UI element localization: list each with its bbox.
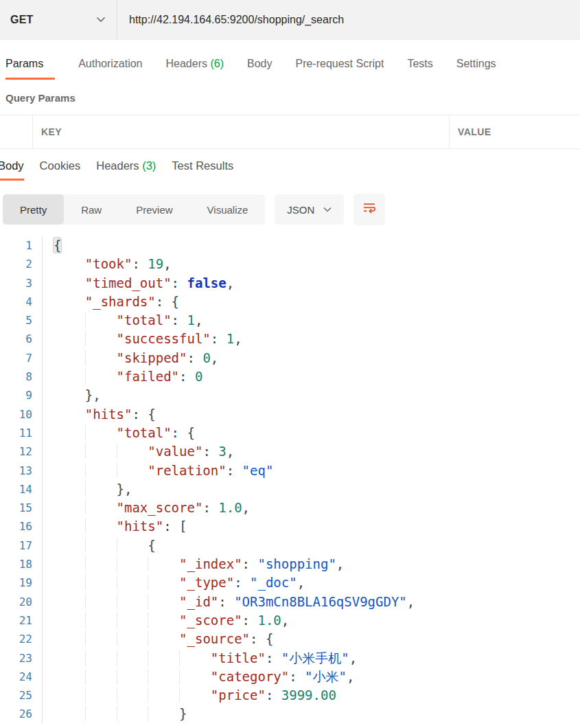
code-line-content: "_score": 1.0, bbox=[43, 611, 289, 630]
indent-guide bbox=[85, 444, 117, 459]
code-line: 2 "took": 19, bbox=[0, 255, 580, 273]
indent-guide bbox=[117, 575, 148, 590]
code-line: 8 "failed": 0 bbox=[0, 367, 580, 386]
view-mode-visualize[interactable]: Visualize bbox=[190, 194, 266, 225]
request-tab-pre-request-script[interactable]: Pre-request Script bbox=[295, 58, 384, 80]
request-tab-settings[interactable]: Settings bbox=[456, 58, 496, 80]
code-line-content: { bbox=[43, 536, 156, 555]
param-checkbox-column[interactable] bbox=[0, 115, 33, 148]
response-tab-body[interactable]: Body bbox=[0, 159, 24, 181]
code-line: 14 }, bbox=[0, 480, 580, 499]
indent-guide bbox=[85, 613, 117, 628]
response-tab-test-results[interactable]: Test Results bbox=[172, 159, 233, 181]
indent-guide bbox=[85, 500, 117, 515]
key-column-header: KEY bbox=[41, 126, 62, 137]
code-line-content: "failed": 0 bbox=[43, 367, 202, 386]
view-mode-preview[interactable]: Preview bbox=[119, 194, 189, 225]
indent-guide bbox=[85, 481, 117, 497]
indent-guide bbox=[117, 669, 148, 684]
indent-guide bbox=[85, 312, 117, 328]
tab-label: Tests bbox=[407, 58, 432, 69]
indent-guide bbox=[117, 706, 148, 721]
indent-guide bbox=[117, 538, 148, 553]
indent-guide bbox=[85, 594, 117, 609]
url-input[interactable]: http://42.194.164.65:9200/shopping/_sear… bbox=[117, 0, 580, 39]
indent-guide bbox=[85, 687, 117, 703]
indent-guide bbox=[85, 425, 117, 440]
code-line: 10 "hits": { bbox=[0, 405, 580, 424]
indent-guide bbox=[85, 556, 117, 571]
line-number: 14 bbox=[0, 480, 43, 499]
url-text: http://42.194.164.65:9200/shopping/_sear… bbox=[129, 14, 344, 26]
indent-guide bbox=[179, 687, 211, 703]
code-line: 19 "_type": "_doc", bbox=[0, 573, 580, 592]
code-line-content: "_type": "_doc", bbox=[43, 573, 305, 592]
code-line: 21 "_score": 1.0, bbox=[0, 611, 580, 630]
response-tab-cookies[interactable]: Cookies bbox=[40, 159, 81, 181]
query-params-heading: Query Params bbox=[5, 92, 580, 104]
code-line-content: "skipped": 0, bbox=[43, 349, 218, 367]
tab-label: Params bbox=[5, 58, 43, 69]
line-number: 16 bbox=[0, 517, 43, 536]
format-label: JSON bbox=[287, 204, 314, 216]
code-line-content: "hits": { bbox=[43, 405, 156, 424]
view-mode-raw[interactable]: Raw bbox=[64, 194, 119, 225]
request-tab-tests[interactable]: Tests bbox=[407, 58, 432, 80]
code-line-content: "total": 1, bbox=[43, 311, 202, 330]
tab-label: Body bbox=[247, 58, 272, 69]
indent-guide bbox=[117, 631, 148, 646]
view-mode-pretty[interactable]: Pretty bbox=[3, 194, 64, 225]
indent-guide bbox=[148, 613, 179, 628]
response-tab-headers[interactable]: Headers (3) bbox=[96, 159, 156, 181]
code-line: 1{ bbox=[0, 236, 580, 255]
line-number: 1 bbox=[0, 236, 43, 255]
tab-count-badge: (6) bbox=[207, 58, 224, 69]
code-line-content: "total": { bbox=[43, 424, 195, 442]
code-line-content: "hits": [ bbox=[43, 517, 187, 536]
request-tab-body[interactable]: Body bbox=[247, 58, 272, 80]
indent-guide bbox=[117, 556, 148, 571]
indent-guide bbox=[85, 575, 117, 590]
indent-guide bbox=[85, 463, 117, 478]
indent-guide bbox=[148, 631, 179, 646]
code-line-content: "_id": "OR3mCn8BLA16qSV9gGDY", bbox=[43, 593, 415, 611]
code-line: 22 "_source": { bbox=[0, 630, 580, 648]
request-tab-params[interactable]: Params bbox=[5, 58, 55, 80]
param-key-header-cell: KEY bbox=[33, 115, 450, 148]
code-line-content: "max_score": 1.0, bbox=[43, 499, 250, 517]
line-number: 12 bbox=[0, 442, 43, 461]
indent-guide bbox=[179, 669, 211, 684]
line-number: 11 bbox=[0, 424, 43, 442]
code-line-content: "took": 19, bbox=[43, 255, 172, 273]
request-tab-authorization[interactable]: Authorization bbox=[78, 58, 142, 80]
indent-guide bbox=[117, 444, 148, 459]
line-number: 13 bbox=[0, 462, 43, 480]
code-editor[interactable]: 1{2 "took": 19,3 "timed_out": false,4 "_… bbox=[0, 236, 580, 724]
request-tab-headers[interactable]: Headers (6) bbox=[166, 58, 224, 80]
wrap-lines-button[interactable] bbox=[353, 194, 385, 225]
indent-guide bbox=[117, 594, 148, 609]
view-mode-switch: PrettyRawPreviewVisualize bbox=[3, 194, 265, 225]
code-line-content: "value": 3, bbox=[43, 442, 234, 461]
line-number: 5 bbox=[0, 311, 43, 330]
line-number: 21 bbox=[0, 611, 43, 630]
indent-guide bbox=[148, 575, 179, 590]
code-line-content: "category": "小米", bbox=[43, 668, 354, 686]
indent-guide bbox=[85, 369, 117, 384]
code-line: 25 "price": 3999.00 bbox=[0, 686, 580, 705]
code-line: 17 { bbox=[0, 536, 580, 555]
format-dropdown[interactable]: JSON bbox=[275, 194, 344, 225]
chevron-down-icon bbox=[96, 16, 106, 23]
param-value-header-cell: VALUE bbox=[450, 115, 580, 148]
method-selector[interactable]: GET bbox=[0, 0, 117, 39]
code-line-content: }, bbox=[43, 480, 132, 499]
tab-label: Body bbox=[0, 159, 24, 172]
line-number: 15 bbox=[0, 499, 43, 517]
indent-guide bbox=[117, 613, 148, 628]
response-tabs: BodyCookiesHeaders (3)Test Results bbox=[0, 159, 580, 181]
code-line-content: "_shards": { bbox=[43, 293, 179, 311]
indent-guide bbox=[85, 669, 117, 684]
code-line: 24 "category": "小米", bbox=[0, 668, 580, 686]
value-column-header: VALUE bbox=[458, 126, 491, 137]
code-line: 20 "_id": "OR3mCn8BLA16qSV9gGDY", bbox=[0, 593, 580, 611]
